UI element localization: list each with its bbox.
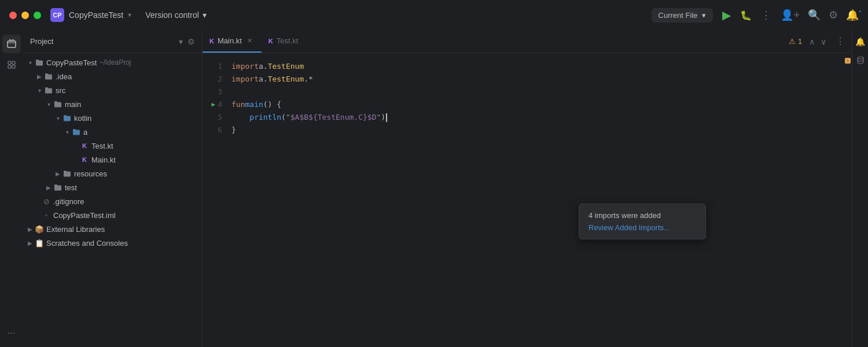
code-token: main: [245, 99, 263, 111]
tree-item-iml[interactable]: ▫ CopyPasteTest.iml: [23, 208, 202, 222]
warning-nav: ∧ ∨: [807, 36, 829, 47]
svg-rect-4: [12, 61, 15, 64]
tree-item-scratches[interactable]: ▶ 📋 Scratches and Consoles: [23, 236, 202, 250]
review-imports-link[interactable]: Review Added Imports...: [589, 223, 696, 232]
tree-arrow-src: ▾: [35, 86, 44, 95]
svg-rect-2: [12, 40, 14, 42]
tree-label-gitignore: .gitignore: [53, 197, 84, 206]
tree-arrow-main: ▾: [44, 99, 53, 109]
tree-arrow-scratches: ▶: [25, 238, 35, 248]
test-folder-icon: [53, 183, 62, 192]
notification-bell-icon[interactable]: 🔔: [853, 35, 867, 49]
tree-item-test-kt[interactable]: K Test.kt: [23, 139, 202, 153]
sidebar-more-icon[interactable]: ···: [2, 324, 21, 342]
tree-arrow-placeholder: [75, 141, 80, 150]
run-config-selector[interactable]: Current File ▾: [652, 8, 713, 23]
tree-arrow-idea: ▶: [35, 72, 44, 81]
vcs-selector[interactable]: Version control ▾: [145, 10, 207, 20]
close-button[interactable]: [9, 12, 17, 19]
search-icon[interactable]: 🔍: [808, 9, 821, 21]
maximize-button[interactable]: [34, 12, 41, 19]
line-num-2: 2: [203, 73, 222, 86]
tree-label-test-kt: Test.kt: [91, 142, 113, 150]
settings-icon[interactable]: ⚙: [829, 9, 838, 21]
tree-item-root[interactable]: ▾ CopyPasteTest ~/IdeaProj: [23, 56, 202, 69]
tab-close-main-kt[interactable]: ✕: [245, 36, 255, 46]
tree-item-kotlin[interactable]: ▾ kotlin: [23, 111, 202, 125]
tree-item-main[interactable]: ▾ main: [23, 97, 202, 111]
tree-item-idea[interactable]: ▶ .idea: [23, 69, 202, 83]
code-token: $A: [290, 112, 300, 124]
tab-label-test-kt: Test.kt: [277, 36, 299, 45]
project-name: CopyPasteTest: [69, 10, 123, 20]
tree-label-main-kt: Main.kt: [91, 156, 116, 164]
code-token: $D: [367, 112, 377, 124]
kotlin-folder-icon: [62, 113, 72, 123]
tree-label-main: main: [65, 100, 81, 109]
code-token: (: [281, 112, 286, 124]
tab-main-kt[interactable]: K Main.kt ✕: [203, 30, 262, 53]
right-gutter: !: [843, 53, 852, 347]
code-token: ": [376, 112, 381, 124]
code-token: TestEnum: [268, 61, 304, 73]
tree-label-resources: resources: [74, 169, 107, 178]
kotlin-file-icon: K: [80, 141, 89, 150]
code-token: ): [381, 112, 385, 124]
project-panel-header: Project ▾ ⚙: [23, 30, 202, 53]
warning-next-icon[interactable]: ∨: [818, 36, 829, 47]
code-token: [231, 112, 249, 124]
panel-settings-icon[interactable]: ⚙: [187, 37, 195, 46]
tree-label-test: test: [65, 183, 77, 192]
line-num-6: 6: [203, 124, 222, 136]
database-icon[interactable]: [854, 53, 867, 69]
warning-prev-icon[interactable]: ∧: [807, 36, 817, 47]
tree-item-a[interactable]: ▾ a: [23, 125, 202, 139]
tree-label-iml: CopyPasteTest.iml: [53, 211, 116, 220]
warning-count: 1: [798, 38, 802, 46]
sidebar-structure-icon[interactable]: [2, 56, 21, 74]
code-content[interactable]: import a.TestEnum import a.TestEnum.* fu…: [231, 53, 843, 347]
code-token: println: [249, 112, 281, 124]
run-button[interactable]: ▶: [722, 8, 731, 22]
run-config-arrow-icon: ▾: [702, 11, 706, 20]
panel-dropdown-arrow-icon[interactable]: ▾: [179, 37, 183, 46]
titlebar-right-actions: 👤+ 🔍 ⚙ 🔔 •: [781, 9, 859, 21]
tree-item-src[interactable]: ▾ src: [23, 83, 202, 97]
package-folder-icon: [72, 127, 81, 136]
tree-item-test[interactable]: ▶ test: [23, 180, 202, 194]
tree-arrow-placeholder4: [37, 211, 42, 220]
sidebar-project-icon[interactable]: [2, 35, 21, 53]
folder-icon: [44, 72, 53, 81]
code-line-1: import a.TestEnum: [231, 60, 843, 73]
tree-item-external-libs[interactable]: ▶ 📦 External Libraries: [23, 222, 202, 236]
tree-item-gitignore[interactable]: ⊘ .gitignore: [23, 194, 202, 208]
editor-area: K Main.kt ✕ K Test.kt ⚠ 1 ∧ ∨ ⋮: [203, 30, 852, 347]
external-libs-icon: 📦: [35, 224, 44, 234]
code-editor[interactable]: 1 2 3 ▶4 5 6 import a.TestEnum import: [203, 53, 852, 347]
code-token: a.: [259, 73, 268, 86]
project-selector[interactable]: CP CopyPasteTest ▾: [50, 8, 131, 22]
more-actions-button[interactable]: ⋮: [761, 9, 771, 21]
scratches-icon: 📋: [35, 238, 44, 248]
tree-item-resources[interactable]: ▶ resources: [23, 167, 202, 180]
minimize-button[interactable]: [21, 12, 29, 19]
tab-test-kt[interactable]: K Test.kt: [262, 30, 306, 53]
titlebar: CP CopyPasteTest ▾ Version control ▾ Cur…: [0, 0, 868, 30]
iml-file-icon: ▫: [42, 211, 51, 220]
code-line-5: println ( " $A $B ${TestEnum.C} $D " ): [231, 111, 843, 124]
notifications-icon[interactable]: 🔔 •: [846, 9, 859, 21]
resources-folder-icon: [62, 169, 72, 178]
tree-label-kotlin: kotlin: [74, 114, 91, 123]
add-user-icon[interactable]: 👤+: [781, 9, 800, 21]
tree-label-a: a: [83, 128, 87, 136]
tree-label-idea: .idea: [56, 72, 72, 81]
code-token: () {: [263, 99, 281, 111]
debug-button[interactable]: 🐛: [740, 10, 752, 21]
git-icon: ⊘: [42, 197, 51, 206]
tree-item-main-kt[interactable]: K Main.kt: [23, 153, 202, 167]
svg-rect-0: [8, 41, 16, 47]
tab-bar: K Main.kt ✕ K Test.kt ⚠ 1 ∧ ∨ ⋮: [203, 30, 852, 53]
line-num-4: ▶4: [203, 98, 222, 111]
tree-arrow-resources: ▶: [53, 169, 62, 178]
tab-more-actions-icon[interactable]: ⋮: [833, 34, 847, 49]
